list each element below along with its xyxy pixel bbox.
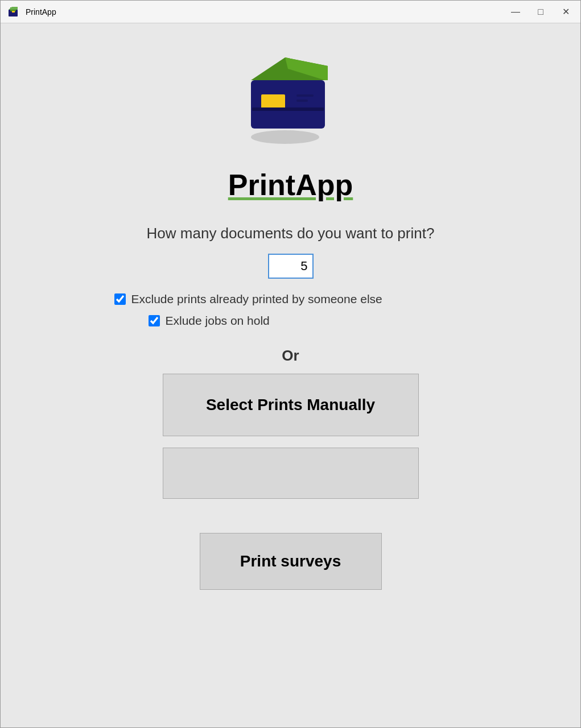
maximize-button[interactable]: □ [533, 4, 549, 20]
exclude-hold-row: Exlude jobs on hold [114, 314, 467, 328]
select-manually-button[interactable]: Select Prints Manually [163, 374, 419, 436]
close-button[interactable]: ✕ [558, 4, 574, 20]
app-icon [7, 5, 21, 19]
print-surveys-label: Print surveys [240, 552, 341, 570]
exclude-hold-checkbox[interactable] [149, 315, 160, 326]
quantity-input[interactable] [268, 254, 314, 279]
exclude-hold-label: Exlude jobs on hold [166, 314, 270, 328]
app-title: PrintApp [228, 168, 353, 202]
printer-icon [228, 40, 353, 156]
minimize-button[interactable]: — [508, 4, 524, 20]
exclude-printed-checkbox[interactable] [114, 293, 126, 305]
window-title: PrintApp [26, 7, 508, 16]
question-text: How many documents do you want to print? [147, 225, 435, 242]
app-window: PrintApp — □ ✕ [0, 0, 581, 728]
empty-button[interactable] [163, 448, 419, 499]
svg-rect-2 [12, 11, 15, 13]
svg-rect-11 [252, 107, 324, 111]
svg-rect-13 [296, 100, 308, 102]
svg-point-4 [251, 130, 319, 144]
window-controls: — □ ✕ [508, 4, 574, 20]
svg-marker-3 [9, 7, 18, 10]
main-content: PrintApp How many documents do you want … [1, 23, 580, 727]
or-divider: Or [282, 347, 299, 365]
title-bar: PrintApp — □ ✕ [1, 1, 580, 23]
exclude-printed-label: Exclude prints already printed by someon… [131, 292, 382, 306]
print-surveys-button[interactable]: Print surveys [200, 533, 382, 590]
exclude-printed-row: Exclude prints already printed by someon… [114, 292, 467, 306]
select-manually-label: Select Prints Manually [206, 396, 375, 414]
svg-rect-12 [296, 94, 314, 97]
